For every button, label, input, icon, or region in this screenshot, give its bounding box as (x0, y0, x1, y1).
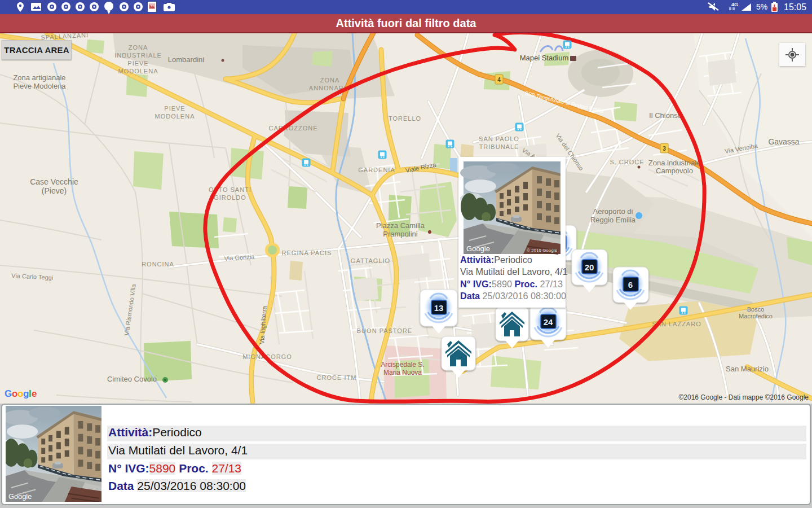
svg-text:Google: Google (8, 492, 32, 501)
svg-text:o: o (12, 388, 17, 399)
svg-text:REGINA PACIS: REGINA PACIS (282, 249, 332, 256)
svg-text:o: o (17, 388, 23, 399)
svg-text:Il Chionso: Il Chionso (649, 111, 682, 120)
svg-text:PIEVE: PIEVE (164, 105, 185, 112)
svg-text:SAN PAOLO: SAN PAOLO (479, 135, 519, 142)
svg-text:PIEVE: PIEVE (127, 60, 148, 67)
svg-text:Aeroporto di: Aeroporto di (593, 207, 633, 216)
svg-text:Lombardini: Lombardini (168, 55, 204, 64)
svg-text:INDUSTRIALE: INDUSTRIALE (114, 52, 162, 59)
svg-text:Zona artigianale: Zona artigianale (13, 73, 65, 82)
svg-text:BUON PASTORE: BUON PASTORE (357, 327, 412, 334)
svg-text:Zona industriale: Zona industriale (648, 159, 701, 167)
svg-text:6: 6 (628, 280, 633, 290)
svg-text:S. CROCE: S. CROCE (610, 159, 644, 165)
svg-text:Via Mutilati del Lavoro, 4/1: Via Mutilati del Lavoro, 4/1 (460, 266, 567, 277)
svg-text:(Pieve): (Pieve) (42, 186, 67, 195)
svg-text:N° IVG:5890 Proc. 27/13: N° IVG:5890 Proc. 27/13 (460, 279, 563, 289)
svg-text:20: 20 (585, 262, 594, 272)
svg-text:© 2016 Google: © 2016 Google (527, 248, 557, 253)
svg-text:4: 4 (497, 77, 501, 83)
svg-text:San Maurizio: San Maurizio (726, 365, 769, 373)
svg-text:TORELLO: TORELLO (389, 115, 421, 122)
svg-text:Data 25/03/2016 08:30:00: Data 25/03/2016 08:30:00 (460, 291, 566, 301)
svg-text:3: 3 (663, 146, 666, 152)
svg-text:©2016 Google - Dati mappe ©201: ©2016 Google - Dati mappe ©2016 Google (679, 393, 809, 401)
svg-text:Piazza Camilla: Piazza Camilla (376, 221, 425, 230)
svg-text:ZONA: ZONA (129, 44, 148, 51)
svg-text:Gavassa: Gavassa (768, 137, 799, 146)
svg-text:Pieve Modolena: Pieve Modolena (13, 82, 66, 90)
svg-text:ZONA: ZONA (320, 77, 340, 84)
svg-text:CROCE ITM: CROCE ITM (317, 374, 357, 381)
svg-text:GARDENIA: GARDENIA (358, 167, 395, 173)
svg-text:4G: 4G (731, 2, 738, 7)
svg-text:g: g (23, 388, 29, 399)
svg-text:RONCINA: RONCINA (142, 261, 174, 268)
svg-text:TRIBUNALE: TRIBUNALE (479, 143, 519, 150)
svg-text:Macrofedico: Macrofedico (739, 313, 773, 319)
svg-text:GIROLDO: GIROLDO (214, 194, 246, 201)
svg-text:24: 24 (544, 317, 553, 327)
svg-text:5%: 5% (756, 2, 767, 11)
svg-text:Google: Google (466, 244, 490, 253)
svg-text:G: G (5, 388, 12, 399)
svg-text:e: e (32, 388, 37, 399)
svg-text:Bosco: Bosco (747, 306, 765, 313)
svg-text:Case Vecchie: Case Vecchie (30, 177, 78, 186)
svg-text:Arcispedale S.: Arcispedale S. (381, 361, 424, 369)
svg-text:MODOLENA: MODOLENA (155, 113, 195, 120)
svg-text:Attività:Periodico: Attività:Periodico (460, 255, 532, 265)
svg-text:CARROZZONE: CARROZZONE (269, 125, 318, 132)
svg-text:Mapei Stadium: Mapei Stadium (520, 54, 569, 62)
svg-text:Prampolini: Prampolini (383, 230, 418, 238)
svg-text:GATTAGLIO: GATTAGLIO (351, 257, 390, 264)
svg-text:13: 13 (434, 303, 444, 313)
svg-text:15:05: 15:05 (784, 2, 806, 12)
svg-text:Cimiteo Covolo: Cimiteo Covolo (107, 375, 157, 383)
svg-text:MODOLENA: MODOLENA (118, 68, 158, 75)
svg-text:Maria Nuova: Maria Nuova (383, 369, 422, 376)
svg-text:Campovolo: Campovolo (656, 167, 693, 175)
svg-text:Reggio Emilia: Reggio Emilia (590, 216, 636, 224)
